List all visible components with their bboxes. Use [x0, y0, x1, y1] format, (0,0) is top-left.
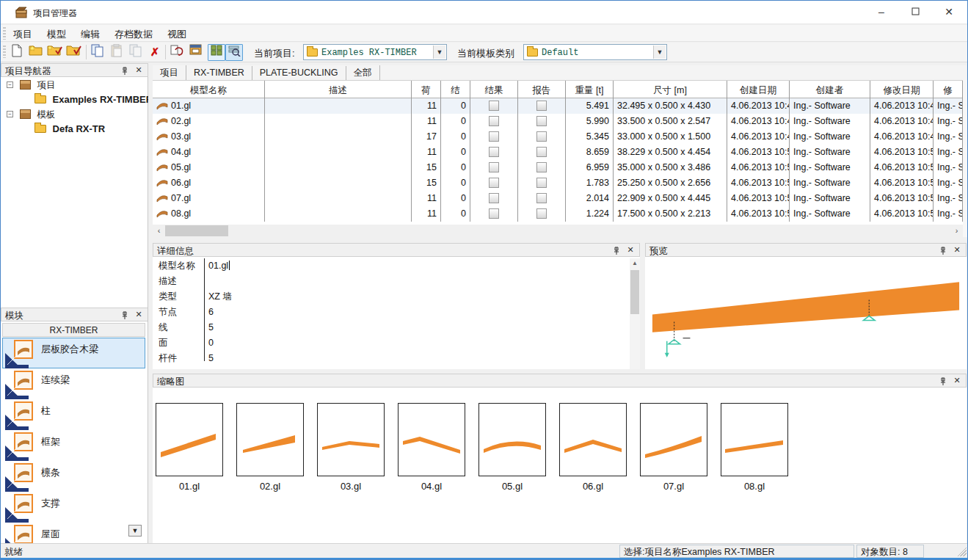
minimize-button[interactable]: – [865, 1, 898, 23]
tree-node-0[interactable]: − 项目 [1, 78, 148, 92]
scroll-left-icon[interactable]: ‹ [153, 225, 165, 237]
column-header-8[interactable]: 创建日期 [727, 81, 790, 98]
detail-value[interactable]: 01.gl [208, 258, 230, 274]
table-horizontal-scrollbar[interactable]: ‹ › [153, 225, 963, 237]
module-item-3[interactable]: 框架 [2, 430, 145, 461]
menu-item-0[interactable]: 项目 [11, 25, 34, 44]
thumbnail-08.gl[interactable] [721, 403, 788, 476]
column-header-10[interactable]: 修改日期 [870, 81, 934, 98]
details-vertical-scrollbar[interactable]: ▲ [630, 258, 640, 369]
thumbnail-01.gl[interactable] [156, 403, 223, 476]
table-row[interactable]: 07.gl1102.01422.909 x 0.500 x 4.4454.06.… [153, 191, 963, 206]
module-item-4[interactable]: 檩条 [2, 461, 145, 492]
toolbar-grip[interactable] [3, 46, 6, 58]
settings-button[interactable] [187, 44, 205, 61]
results-checkbox[interactable] [489, 116, 499, 126]
results-checkbox[interactable] [489, 101, 499, 111]
thumbnail-06.gl[interactable] [559, 403, 627, 476]
detail-view-toggle[interactable] [225, 44, 243, 61]
results-checkbox[interactable] [489, 162, 499, 172]
report-checkbox[interactable] [536, 131, 547, 142]
current-project-combobox[interactable]: Examples RX-TIMBER ▼ [303, 44, 447, 60]
menu-item-4[interactable]: 视图 [165, 25, 189, 44]
results-checkbox[interactable] [489, 208, 499, 219]
thumbnail-05.gl[interactable] [478, 403, 546, 476]
close-button[interactable]: ✕ [932, 1, 966, 23]
thumbnail-04.gl[interactable] [398, 403, 465, 476]
module-item-5[interactable]: 支撑 [2, 492, 145, 523]
table-row[interactable]: 02.gl1105.99033.500 x 0.500 x 2.5474.06.… [153, 114, 963, 129]
preview-canvas[interactable] [647, 258, 965, 368]
combo-arrow-icon[interactable]: ▼ [433, 46, 445, 59]
column-header-3[interactable]: 结 [441, 81, 470, 98]
column-header-5[interactable]: 报告 [518, 81, 566, 98]
new-model-button[interactable] [8, 44, 26, 61]
menubar-grip[interactable] [3, 27, 6, 40]
close-panel-icon[interactable]: ✕ [134, 309, 144, 319]
thumbnail-07.gl[interactable] [640, 403, 707, 476]
paste-button[interactable] [108, 44, 125, 61]
report-checkbox[interactable] [536, 193, 547, 203]
results-checkbox[interactable] [489, 131, 499, 142]
scrollbar-thumb[interactable] [630, 270, 639, 314]
delete-button[interactable]: ✗ [146, 44, 164, 61]
column-header-2[interactable]: 荷 [412, 81, 441, 98]
new-project-button[interactable] [27, 44, 45, 61]
combo-arrow-icon[interactable]: ▼ [653, 46, 666, 59]
template-category-combobox[interactable]: Default ▼ [523, 44, 667, 60]
pin-icon[interactable] [611, 246, 622, 256]
module-item-0[interactable]: 层板胶合木梁 [2, 338, 145, 368]
column-header-11[interactable]: 修 [934, 81, 963, 98]
results-checkbox[interactable] [489, 193, 499, 203]
scroll-up-icon[interactable]: ▲ [630, 258, 640, 269]
tab-2[interactable]: PLATE-BUCKLING [252, 66, 346, 80]
close-panel-icon[interactable]: ✕ [625, 244, 636, 255]
duplicate-button[interactable] [127, 44, 145, 61]
tree-node-3[interactable]: Defa RX-TR [1, 122, 148, 137]
column-header-0[interactable]: 模型名称^ [153, 81, 265, 98]
details-preview-splitter[interactable] [640, 243, 645, 369]
report-checkbox[interactable] [536, 162, 547, 172]
close-panel-icon[interactable]: ✕ [952, 244, 962, 255]
results-checkbox[interactable] [489, 147, 499, 157]
table-row[interactable]: 05.gl1506.95935.000 x 0.500 x 3.4864.06.… [153, 160, 963, 175]
column-header-4[interactable]: 结果 [470, 81, 518, 98]
tree-expander-icon[interactable]: − [7, 111, 13, 117]
open-project-button[interactable] [46, 44, 64, 61]
tree-node-2[interactable]: − 模板 [1, 107, 148, 122]
results-checkbox[interactable] [489, 178, 499, 188]
pin-icon[interactable] [120, 310, 130, 321]
thumbnail-view-toggle[interactable] [208, 44, 225, 61]
report-checkbox[interactable] [536, 116, 547, 126]
module-item-1[interactable]: 连续梁 [2, 368, 145, 399]
module-item-6[interactable]: 屋面 [2, 523, 145, 544]
resize-grip[interactable] [957, 547, 967, 556]
column-header-6[interactable]: 重量 [t] [566, 81, 614, 98]
menu-item-1[interactable]: 模型 [45, 25, 68, 44]
report-checkbox[interactable] [536, 178, 547, 188]
thumbnail-03.gl[interactable] [317, 403, 385, 476]
maximize-button[interactable] [898, 1, 932, 23]
modules-group-header[interactable]: RX-TIMBER [2, 323, 145, 337]
copy-button[interactable] [89, 44, 106, 61]
scroll-right-icon[interactable]: › [950, 225, 963, 237]
table-row[interactable]: 01.gl1105.49132.495 x 0.500 x 4.4304.06.… [153, 98, 963, 114]
menu-item-3[interactable]: 存档数据 [112, 25, 155, 44]
pin-icon[interactable] [938, 246, 948, 256]
thumbnail-02.gl[interactable] [236, 403, 304, 476]
menu-item-2[interactable]: 编辑 [79, 25, 102, 44]
report-checkbox[interactable] [536, 208, 547, 219]
column-header-9[interactable]: 创建者 [790, 81, 870, 98]
pin-icon[interactable] [938, 377, 948, 387]
column-header-7[interactable]: 尺寸 [m] [614, 81, 727, 98]
tree-node-1[interactable]: Examples RX-TIMBER [1, 92, 148, 107]
report-checkbox[interactable] [536, 147, 547, 157]
modules-scroll-down-button[interactable]: ▼ [128, 525, 142, 537]
report-checkbox[interactable] [536, 101, 547, 111]
table-row[interactable]: 03.gl1705.34533.000 x 0.500 x 1.5004.06.… [153, 129, 963, 145]
close-panel-icon[interactable]: ✕ [952, 375, 962, 385]
tab-1[interactable]: RX-TIMBER [186, 66, 252, 80]
scrollbar-thumb[interactable] [165, 225, 228, 236]
connect-button[interactable] [168, 44, 186, 61]
tab-0[interactable]: 项目 [153, 65, 186, 81]
